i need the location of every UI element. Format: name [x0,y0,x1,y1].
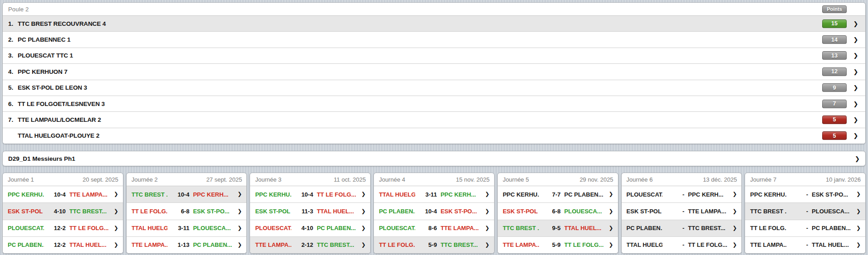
round-title: Journée 1 [8,176,34,183]
match-row[interactable]: PC PLABEN... - TTC BREST... ❯ [622,220,742,236]
match-row[interactable]: TT LE FOLG... 6-8 ESK ST-PO... ❯ [127,202,247,219]
chevron-right-icon: ❯ [113,226,119,231]
round-date: 11 oct. 2025 [334,176,366,183]
match-row[interactable]: ESK ST-POL ... - TTE LAMPA... ❯ [622,202,742,219]
match-score: 7-7 [543,191,561,198]
chevron-right-icon: ❯ [608,226,614,231]
match-row[interactable]: TTC BREST ... 9-5 TTAL HUEL... ❯ [498,220,618,236]
match-list: PPC KERHU... 10-4 TTE LAMPA... ❯ ESK ST-… [3,186,123,253]
match-row[interactable]: TTAL HUELG... - TT LE FOLG... ❯ [622,236,742,253]
round-title: Journée 3 [255,176,281,183]
chevron-right-icon: ❯ [731,192,738,197]
match-row[interactable]: PLOUESCAT... - PPC KERH... ❯ [622,186,742,202]
match-row[interactable]: PLOUESCAT... 4-10 PC PLABEN... ❯ [250,220,370,236]
home-team: PLOUESCAT... [8,225,44,231]
chevron-right-icon: ❯ [236,209,243,214]
home-team: TT LE FOLG... [379,241,415,248]
match-score: 10-4 [48,191,66,198]
match-row[interactable]: TT LE FOLG... - PC PLABEN... ❯ [745,220,865,236]
match-score: 12-2 [48,241,66,248]
standings-row[interactable]: 2. PC PLABENNEC 1 14 ❯ [3,31,865,47]
rank-number: 2. [8,36,15,43]
match-row[interactable]: PPC KERHU... - ESK ST-PO... ❯ [745,186,865,202]
round-card-header: Journée 7 10 janv. 2026 [745,173,865,186]
home-team: PLOUESCAT... [379,225,415,231]
chevron-right-icon: ❯ [855,156,860,162]
division-bar[interactable]: D29_D1 Messieurs Ph1 ❯ [2,151,866,166]
match-row[interactable]: PC PLABEN... 12-2 TTAL HUEL... ❯ [3,236,123,253]
chevron-right-icon: ❯ [236,242,243,248]
match-score: 10-4 [295,191,313,198]
round-card-header: Journée 2 27 sept. 2025 [127,173,247,186]
match-list: PLOUESCAT... - PPC KERH... ❯ ESK ST-POL … [622,186,742,253]
points-badge: 9 [822,83,847,92]
match-row[interactable]: PC PLABEN... 10-4 ESK ST-PO... ❯ [374,202,494,219]
home-team: TTE LAMPA... [132,241,168,248]
match-row[interactable]: PLOUESCAT... 8-6 TTE LAMPA... ❯ [374,220,494,236]
round-title: Journée 5 [503,176,529,183]
match-row[interactable]: PPC KERHU... 10-4 TT LE FOLG... ❯ [250,186,370,202]
standings-rows: 1. TTC BREST RECOUVRANCE 4 15 ❯ 2. PC PL… [3,16,865,144]
standings-row[interactable]: TTAL HUELGOAT-PLOUYE 2 5 ❯ [3,128,865,144]
match-row[interactable]: PLOUESCAT... 12-2 TT LE FOLG... ❯ [3,220,123,236]
match-row[interactable]: TTE LAMPA... - TTAL HUEL... ❯ [745,236,865,253]
team-name: ESK ST-POL DE LEON 3 [18,84,87,91]
away-team: TTC BREST... [441,241,481,248]
match-row[interactable]: TTE LAMPA... 1-13 PC PLABEN... ❯ [127,236,247,253]
away-team: TTE LAMPA... [441,225,481,231]
round-date: 27 sept. 2025 [206,176,242,183]
away-team: PLOUESCA... [193,225,233,231]
match-row[interactable]: TTE LAMPA... 2-12 TTC BREST... ❯ [250,236,370,253]
standings-row[interactable]: 3. PLOUESCAT TTC 1 13 ❯ [3,48,865,63]
chevron-right-icon: ❯ [855,209,862,214]
match-score: - [666,225,684,231]
match-row[interactable]: TTC BREST ... 10-4 PPC KERH... ❯ [127,186,247,202]
match-list: TTC BREST ... 10-4 PPC KERH... ❯ TT LE F… [127,186,247,253]
match-row[interactable]: TTE LAMPA... 5-9 TT LE FOLG... ❯ [498,236,618,253]
match-score: 4-10 [48,208,66,215]
match-score: 10-4 [171,191,189,198]
match-row[interactable]: ESK ST-POL ... 11-3 TTAL HUEL... ❯ [250,202,370,219]
rank-number: 7. [8,116,15,123]
round-title: Journée 6 [627,176,653,183]
home-team: PPC KERHU... [8,191,44,198]
match-row[interactable]: ESK ST-POL ... 4-10 TTC BREST... ❯ [3,202,123,219]
match-score: 11-3 [295,208,313,215]
standings-row[interactable]: 7. TTE LAMPAUL/LOCMELAR 2 5 ❯ [3,111,865,127]
match-list: TTAL HUELG... 3-11 PPC KERH... ❯ PC PLAB… [374,186,494,253]
away-team: TTC BREST... [69,208,109,215]
match-row[interactable]: PPC KERHU... 10-4 TTE LAMPA... ❯ [3,186,123,202]
match-list: PPC KERHU... 7-7 PC PLABEN... ❯ ESK ST-P… [498,186,618,253]
chevron-right-icon: ❯ [113,192,119,197]
match-row[interactable]: TTC BREST ... - PLOUESCA... ❯ [745,202,865,219]
match-row[interactable]: TT LE FOLG... 5-9 TTC BREST... ❯ [374,236,494,253]
home-team: ESK ST-POL ... [255,208,291,215]
match-row[interactable]: TTAL HUELG... 3-11 PPC KERH... ❯ [374,186,494,202]
home-team: TT LE FOLG... [750,225,786,231]
chevron-right-icon: ❯ [851,69,861,75]
chevron-right-icon: ❯ [855,242,862,248]
standings-row[interactable]: 5. ESK ST-POL DE LEON 3 9 ❯ [3,80,865,96]
away-team: TTE LAMPA... [688,208,728,215]
round-card: Journée 7 10 janv. 2026 PPC KERHU... - E… [745,173,866,254]
round-card-header: Journée 5 29 nov. 2025 [498,173,618,186]
match-score: 1-13 [171,241,189,248]
match-score: 6-8 [171,208,189,215]
round-card-header: Journée 6 13 déc. 2025 [622,173,742,186]
away-team: PPC KERH... [688,191,728,198]
points-badge: 7 [822,100,847,108]
chevron-right-icon: ❯ [484,226,490,231]
standings-row[interactable]: 4. PPC KERHUON 7 12 ❯ [3,63,865,79]
away-team: TT LE FOLG... [317,191,357,198]
match-score: - [666,208,684,215]
points-badge: 12 [822,67,847,76]
round-card: Journée 1 20 sept. 2025 PPC KERHU... 10-… [2,173,123,254]
match-row[interactable]: ESK ST-POL ... 6-8 PLOUESCA... ❯ [498,202,618,219]
home-team: PLOUESCAT... [255,225,291,231]
away-team: ESK ST-PO... [812,191,852,198]
standings-row[interactable]: 6. TT LE FOLGOET/LESNEVEN 3 7 ❯ [3,96,865,111]
standings-row[interactable]: 1. TTC BREST RECOUVRANCE 4 15 ❯ [3,16,865,31]
match-row[interactable]: TTAL HUELG... 3-11 PLOUESCA... ❯ [127,220,247,236]
chevron-right-icon: ❯ [731,209,738,214]
match-row[interactable]: PPC KERHU... 7-7 PC PLABEN... ❯ [498,186,618,202]
